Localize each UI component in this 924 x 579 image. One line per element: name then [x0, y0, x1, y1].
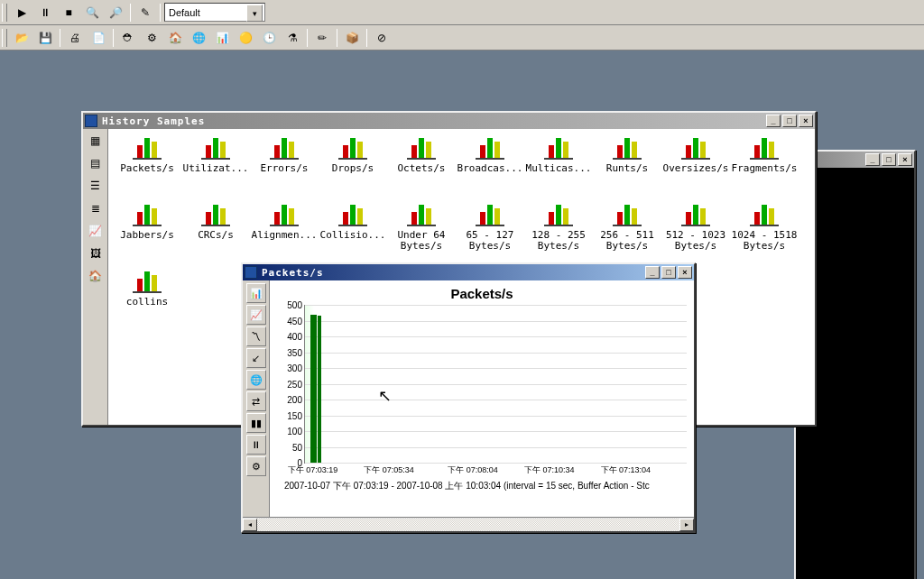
tool-k-button[interactable]: ⊘	[371, 28, 393, 48]
zoom-button[interactable]: ↙	[246, 348, 266, 368]
history-item[interactable]: Octets/s	[388, 136, 455, 201]
history-item[interactable]: CRCs/s	[182, 203, 249, 268]
maximize-button[interactable]: □	[661, 266, 676, 279]
history-item[interactable]: Multicas...	[525, 136, 592, 201]
globe-button[interactable]: 🌐	[246, 370, 266, 390]
history-item-label: Utilizat...	[183, 163, 249, 174]
play-button[interactable]: ▶	[11, 3, 32, 23]
chart-window-title: Packets/s	[260, 267, 643, 279]
bar-chart-icon	[613, 136, 642, 160]
tool-d-button[interactable]: 🌐	[188, 28, 209, 48]
history-item-label: Oversizes/s	[663, 163, 729, 174]
history-item-label: Alignmen...	[252, 230, 318, 241]
find-button[interactable]: 🔍	[81, 3, 103, 23]
scroll-right-button[interactable]: ▸	[679, 519, 694, 531]
bar-chart-icon	[338, 136, 367, 160]
history-item-label: Drops/s	[332, 163, 374, 174]
bar-chart-icon	[338, 203, 367, 226]
compare-button[interactable]: ⇄	[246, 391, 266, 411]
view-small-icons-button[interactable]: ▤	[86, 153, 106, 173]
image-tool-button[interactable]: 🖼	[86, 244, 106, 263]
y-tick-label: 50	[292, 442, 302, 452]
history-item[interactable]: Utilizat...	[182, 136, 249, 201]
history-item[interactable]: Jabbers/s	[114, 203, 180, 268]
find-next-button[interactable]: 🔎	[105, 3, 126, 23]
preview-button[interactable]: 📄	[88, 28, 109, 48]
close-button[interactable]: ×	[898, 153, 912, 166]
close-button[interactable]: ×	[799, 115, 813, 127]
history-item[interactable]: collins	[114, 270, 180, 335]
history-item[interactable]: Under 64 Bytes/s	[388, 203, 455, 268]
history-item[interactable]: Drops/s	[319, 136, 386, 201]
tool-h-button[interactable]: ⚗	[282, 28, 303, 48]
history-item-label: Multicas...	[526, 163, 592, 174]
minimize-button[interactable]: _	[865, 153, 880, 166]
bar-chart-button[interactable]: 📊	[246, 283, 266, 303]
chart-plot: 050100150200250300350400450500下午 07:03:1…	[304, 305, 687, 464]
view-large-icons-button[interactable]: ▦	[86, 131, 106, 151]
minimize-button[interactable]: _	[766, 115, 781, 127]
tool-f-button[interactable]: 🟡	[235, 28, 256, 48]
history-item[interactable]: Alignmen...	[251, 203, 318, 268]
wand-button[interactable]: ✎	[134, 3, 156, 23]
tool-a-button[interactable]: ⛑	[117, 28, 139, 48]
save-button[interactable]: 💾	[34, 28, 56, 48]
y-tick-label: 200	[287, 395, 302, 405]
stop-button[interactable]: ■	[58, 3, 79, 23]
grid-line	[305, 336, 687, 337]
maximize-button[interactable]: □	[882, 153, 896, 166]
tool-i-button[interactable]: ✏	[311, 28, 333, 48]
history-item[interactable]: Broadcas...	[457, 136, 523, 201]
pause-button[interactable]: ⏸	[34, 3, 56, 23]
grid-line	[305, 431, 687, 432]
view-detail-button[interactable]: ≣	[86, 198, 106, 218]
tool-b-button[interactable]: ⚙	[141, 28, 162, 48]
scroll-left-button[interactable]: ◂	[243, 519, 257, 531]
history-item[interactable]: 256 - 511 Bytes/s	[594, 203, 661, 268]
history-item[interactable]: 1024 - 1518 Bytes/s	[731, 203, 798, 268]
history-item[interactable]: Fragments/s	[731, 136, 798, 201]
tool-c-button[interactable]: 🏠	[164, 28, 186, 48]
history-item[interactable]: 512 - 1023 Bytes/s	[662, 203, 729, 268]
chart-tool-button[interactable]: 📈	[86, 221, 106, 241]
chart-canvas: Packets/s 050100150200250300350400450500…	[270, 280, 694, 517]
open-button[interactable]: 📂	[11, 28, 32, 48]
bars-button[interactable]: ▮▮	[246, 413, 266, 433]
chart-titlebar[interactable]: Packets/s _ □ ×	[243, 264, 694, 280]
maximize-button[interactable]: □	[782, 115, 797, 127]
print-button[interactable]: 🖨	[64, 28, 86, 48]
history-item[interactable]: Runts/s	[594, 136, 661, 201]
tool-j-button[interactable]: 📦	[341, 28, 363, 48]
y-tick-label: 250	[287, 379, 302, 389]
history-item-label: 256 - 511 Bytes/s	[600, 230, 654, 252]
history-item[interactable]: Packets/s	[114, 136, 180, 201]
data-bar	[318, 316, 321, 463]
area-chart-button[interactable]: 📈	[246, 305, 266, 325]
history-item[interactable]: Collisio...	[319, 203, 386, 268]
profile-combo[interactable]: Default	[164, 3, 265, 22]
y-tick-label: 300	[287, 363, 302, 373]
history-item[interactable]: Oversizes/s	[662, 136, 729, 201]
line-chart-button[interactable]: 〽	[246, 326, 266, 346]
history-item[interactable]: 128 - 255 Bytes/s	[525, 203, 592, 268]
history-item-label: Collisio...	[320, 230, 386, 241]
x-tick-label: 下午 07:03:19	[288, 463, 338, 476]
history-item-label: Runts/s	[606, 163, 648, 174]
tool-g-button[interactable]: 🕒	[258, 28, 280, 48]
home-tool-button[interactable]: 🏠	[86, 266, 106, 286]
x-tick-label: 下午 07:10:34	[524, 463, 575, 476]
grid-line	[305, 447, 687, 448]
settings-chart-button[interactable]: ⚙	[246, 456, 266, 476]
horizontal-scrollbar[interactable]: ◂ ▸	[243, 517, 694, 531]
history-item[interactable]: Errors/s	[251, 136, 318, 201]
scroll-track[interactable]	[257, 519, 679, 531]
close-button[interactable]: ×	[678, 266, 692, 279]
minimize-button[interactable]: _	[645, 266, 660, 279]
pause-chart-button[interactable]: ⏸	[246, 435, 266, 455]
data-bar	[310, 315, 316, 464]
history-titlebar[interactable]: History Samples _ □ ×	[83, 113, 815, 129]
view-list-button[interactable]: ☰	[86, 176, 106, 196]
tool-e-button[interactable]: 📊	[211, 28, 233, 48]
history-item[interactable]: 65 - 127 Bytes/s	[457, 203, 523, 268]
grip-icon	[2, 29, 7, 47]
